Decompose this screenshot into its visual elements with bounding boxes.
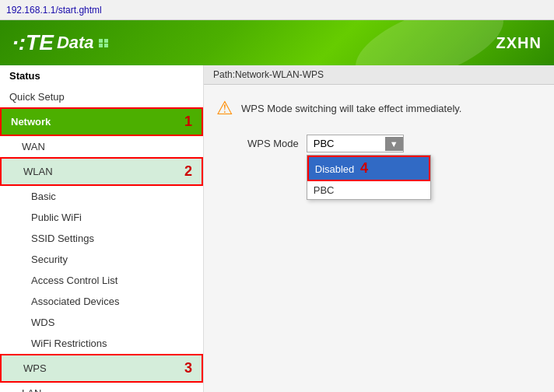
header: ·:TE Data ZXHN [0, 20, 554, 65]
browser-url: 192.168.1.1/start.ghtml [6, 5, 102, 16]
logo-sq-3 [99, 44, 103, 47]
warning-box: ⚠ WPS Mode switching will take effect im… [216, 97, 542, 119]
sidebar-item-wps[interactable]: WPS 3 [0, 354, 203, 383]
wps-mode-row: WPS Mode PBC ▼ Disabled 4 PBC [247, 135, 542, 152]
dropdown-option-pbc[interactable]: PBC [307, 181, 430, 199]
sidebar-item-associated-devices[interactable]: Associated Devices [0, 291, 203, 312]
sidebar-item-network[interactable]: Network 1 [0, 107, 203, 136]
sidebar-item-wan[interactable]: WAN [0, 136, 203, 157]
select-arrow-icon[interactable]: ▼ [385, 137, 403, 151]
content-body: ⚠ WPS Mode switching will take effect im… [204, 85, 554, 165]
step-badge-4: 4 [360, 160, 368, 176]
logo-squares [99, 39, 109, 47]
wps-select-container: PBC ▼ Disabled 4 PBC [307, 135, 404, 152]
sidebar-item-wds[interactable]: WDS [0, 312, 203, 333]
logo-sq-2 [104, 39, 108, 43]
sidebar-item-wlan[interactable]: WLAN 2 [0, 157, 203, 186]
sidebar-item-access-control-list[interactable]: Access Control List [0, 270, 203, 291]
sidebar-item-security-wlan[interactable]: Security [0, 249, 203, 270]
step-badge-1: 1 [184, 114, 192, 130]
sidebar-item-basic[interactable]: Basic [0, 186, 203, 207]
logo-sq-1 [99, 39, 103, 43]
wps-select-display[interactable]: PBC ▼ [307, 135, 404, 152]
wps-dropdown-list: Disabled 4 PBC [307, 155, 431, 200]
wps-mode-label: WPS Mode [247, 138, 299, 149]
warning-text: WPS Mode switching will take effect imme… [241, 103, 461, 114]
sidebar-item-public-wifi[interactable]: Public WiFi [0, 207, 203, 228]
wps-current-value: PBC [307, 135, 385, 152]
sidebar-item-ssid-settings[interactable]: SSID Settings [0, 228, 203, 249]
step-badge-2: 2 [184, 163, 192, 180]
step-badge-3: 3 [184, 360, 192, 376]
logo: ·:TE Data [12, 30, 109, 55]
logo-sq-4 [104, 44, 108, 47]
logo-te-text: ·:TE [12, 30, 54, 55]
sidebar: Status Quick Setup Network 1 WAN WLAN 2 … [0, 65, 204, 392]
warning-icon: ⚠ [216, 97, 233, 119]
sidebar-item-status[interactable]: Status [0, 65, 203, 86]
main-layout: Status Quick Setup Network 1 WAN WLAN 2 … [0, 65, 554, 392]
content-area: Path:Network-WLAN-WPS ⚠ WPS Mode switchi… [204, 65, 554, 392]
header-brand: ZXHN [496, 34, 542, 52]
sidebar-item-lan[interactable]: LAN [0, 383, 203, 392]
sidebar-item-wifi-restrictions[interactable]: WiFi Restrictions [0, 333, 203, 354]
browser-bar: 192.168.1.1/start.ghtml [0, 0, 554, 20]
content-path: Path:Network-WLAN-WPS [204, 65, 554, 85]
logo-data-text: Data [57, 33, 94, 53]
dropdown-option-disabled[interactable]: Disabled 4 [307, 156, 430, 181]
sidebar-item-quick-setup[interactable]: Quick Setup [0, 86, 203, 107]
